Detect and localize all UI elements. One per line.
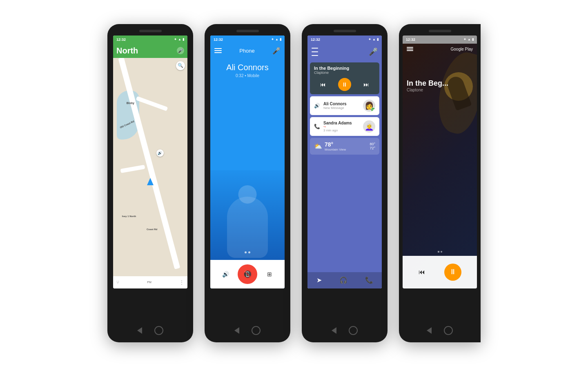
weather-info: 78° Mountain View	[325, 141, 367, 151]
signal-icon: ▲	[178, 38, 181, 41]
call-controls: 🔊 📵 ⊞	[210, 260, 285, 288]
weather-notification-card: ⛅ 78° Mountain View 80° 72°	[310, 138, 379, 155]
weather-temperature: 78°	[325, 141, 367, 148]
call-mic-icon[interactable]: 🎤	[272, 47, 281, 55]
music-pause-button[interactable]: ⏸	[444, 264, 461, 281]
phone-speaker-3	[334, 30, 356, 32]
message-info: Ali Connors New Message	[323, 102, 360, 110]
dialpad-button[interactable]: ⊞	[263, 268, 276, 280]
notification-cards: In the Beginning Claptone ⏮ ⏸ ⏭ 🔊 Ali Co…	[307, 60, 382, 272]
map-header: North 🎤	[113, 44, 187, 58]
mic-button[interactable]: 🎤	[177, 47, 184, 54]
call-notification-card[interactable]: 📞 Sandra Adams ↪ 3 min ago 👩‍🦳	[310, 117, 379, 136]
message-notification-card[interactable]: 🔊 Ali Connors New Message 👩 ✉	[310, 96, 379, 115]
call-photo-area	[210, 81, 285, 260]
call-status-icons: ✦ ▲ ▮	[271, 38, 281, 41]
music-app-title: Google Play	[451, 47, 473, 51]
dot-2	[248, 251, 250, 253]
n-bt-icon: ✦	[368, 38, 371, 41]
next-track-button[interactable]: ⏭	[363, 81, 369, 88]
map-search-button[interactable]: 🔍	[176, 61, 185, 70]
back-button[interactable]	[137, 327, 142, 334]
navigate-icon[interactable]: ➤	[316, 276, 322, 284]
bluetooth-icon: ✦	[174, 38, 177, 41]
call-screen: 12:32 ✦ ▲ ▮ Phone 🎤 Ali Connors 0:32 • M…	[210, 35, 285, 288]
battery-icon: ▮	[183, 38, 184, 41]
notif-menu-icon[interactable]	[312, 47, 318, 57]
phone-music: 12:32 ✦ ▲ ▮ Google Play	[399, 24, 481, 342]
message-volume-icon: 🔊	[314, 103, 320, 109]
music-screen-container: 12:32 ✦ ▲ ▮ Google Play	[403, 35, 477, 288]
end-call-button[interactable]: 📵	[238, 264, 257, 284]
weather-icon: ⛅	[314, 142, 322, 150]
prev-track-button[interactable]: ⏮	[320, 81, 326, 88]
phone-speaker	[139, 30, 162, 32]
music-title: In the Beginning	[314, 66, 375, 71]
call-icon: 📞	[314, 124, 320, 129]
phone-icon[interactable]: 📞	[365, 276, 373, 284]
map-label-coast2: Coast Rd	[147, 228, 157, 231]
call-time-ago: 3 min ago	[323, 129, 360, 132]
message-sender-avatar: 👩 ✉	[363, 100, 375, 112]
call-contact-name: Sandra Adams	[323, 121, 360, 125]
message-app-badge: ✉	[371, 107, 375, 112]
volume-control[interactable]: 🔊	[219, 268, 232, 280]
call-home-button[interactable]	[252, 326, 261, 335]
fork-icon: ⑂	[116, 279, 119, 285]
m-bat-icon: ▮	[472, 38, 474, 41]
call-back-button[interactable]	[234, 327, 239, 334]
status-icons: ✦ ▲ ▮	[174, 38, 184, 41]
weather-low: 72°	[370, 146, 375, 150]
map-volume-icon[interactable]: 🔊	[156, 149, 164, 157]
bat-icon: ▮	[280, 38, 281, 41]
n-sig-icon: ▲	[372, 38, 376, 41]
call-app-title: Phone	[239, 48, 255, 54]
music-home-button[interactable]	[444, 326, 453, 335]
map-direction: North	[116, 46, 138, 55]
music-back-button[interactable]	[427, 327, 432, 334]
map-road-side2	[120, 165, 145, 173]
music-dot-1	[438, 251, 439, 253]
m-bt-icon: ✦	[463, 38, 466, 41]
music-page-dots	[403, 248, 477, 256]
more-icon[interactable]: ⋮	[179, 279, 184, 285]
map-time-display: PM	[147, 281, 151, 284]
call-dots	[210, 248, 285, 257]
notif-back-button[interactable]	[332, 327, 336, 334]
navigation-arrow	[147, 178, 154, 185]
music-notification-card[interactable]: In the Beginning Claptone ⏮ ⏸ ⏭	[310, 62, 379, 94]
status-time: 12:32	[116, 38, 126, 42]
music-home-bar	[399, 319, 481, 342]
status-time-music: 12:32	[406, 38, 415, 42]
notif-header: 🎤	[307, 44, 382, 60]
music-song-artist: Claptone	[407, 88, 473, 92]
notif-home-button[interactable]	[349, 326, 358, 335]
music-song-info: In the Beg... Claptone	[403, 55, 477, 248]
status-time-call: 12:32	[214, 38, 223, 42]
notif-status-icons: ✦ ▲ ▮	[368, 38, 379, 41]
status-time-notif: 12:32	[311, 38, 320, 42]
photo-silhouette-head	[238, 185, 257, 204]
sig-icon: ▲	[275, 38, 278, 41]
menu-icon[interactable]	[214, 48, 222, 53]
music-prev-button[interactable]: ⏮	[419, 268, 425, 276]
call-contact-info: Ali Connors 0:32 • Mobile	[210, 55, 285, 81]
message-subtitle: New Message	[323, 106, 360, 110]
music-menu-icon[interactable]	[407, 47, 413, 51]
maps-screen: 12:32 ✦ ▲ ▮ North 🎤 Bixby Old Coast Rd h…	[113, 35, 187, 288]
music-main: Google Play In the Beg... Claptone ⏮ ⏸	[403, 44, 477, 288]
weather-range: 80° 72°	[370, 142, 375, 150]
notif-main: 🎤 In the Beginning Claptone ⏮ ⏸ ⏭ 🔊	[307, 44, 382, 288]
home-button[interactable]	[154, 326, 163, 335]
n-bat-icon: ▮	[377, 38, 379, 41]
notif-mic-icon[interactable]: 🎤	[369, 47, 378, 56]
bt-icon: ✦	[271, 38, 274, 41]
headphone-icon[interactable]: 🎧	[339, 276, 347, 284]
notif-status-bar: 12:32 ✦ ▲ ▮	[307, 35, 382, 44]
map-body[interactable]: Bixby Old Coast Rd hwy 1 North Coast Rd …	[113, 58, 187, 276]
m-sig-icon: ▲	[468, 38, 471, 41]
pause-button[interactable]: ⏸	[338, 78, 351, 91]
phone-home-bar	[107, 319, 193, 342]
map-road-main	[118, 58, 180, 269]
weather-high: 80°	[370, 142, 375, 146]
